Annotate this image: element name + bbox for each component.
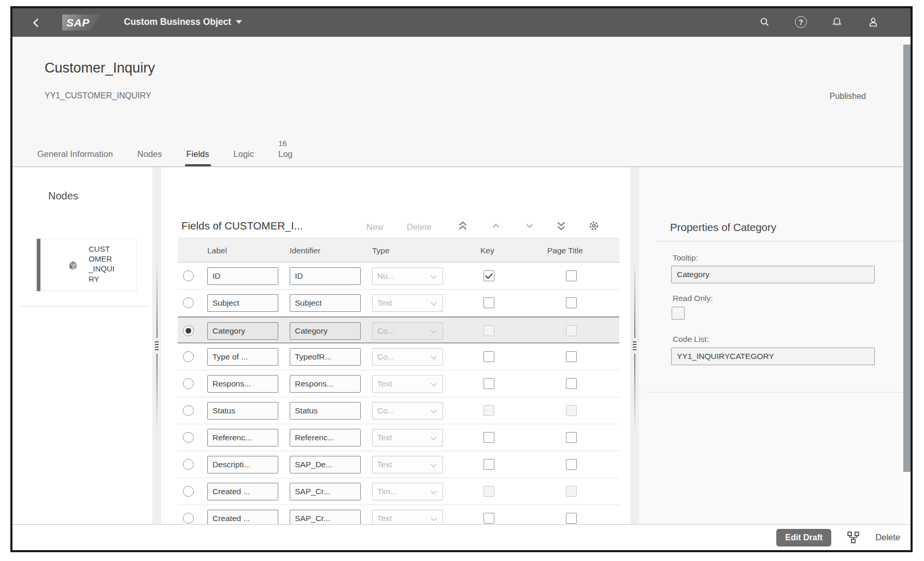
tab-fields[interactable]: Fields (187, 149, 209, 166)
row-select-radio[interactable] (183, 459, 194, 470)
field-label-input[interactable]: Created ... (207, 510, 278, 524)
app-title-menu[interactable]: Custom Business Object (124, 17, 242, 27)
field-label-input[interactable]: Subject (207, 294, 278, 312)
field-label-input[interactable]: ID (207, 267, 278, 285)
tab-log[interactable]: 16Log (278, 139, 293, 166)
key-checkbox[interactable] (484, 270, 494, 281)
table-row[interactable]: CategoryCategoryCo... (178, 317, 619, 343)
field-type-select[interactable]: Text (372, 375, 443, 393)
field-label-input[interactable]: Category (207, 322, 278, 340)
scrollbar-thumb[interactable] (903, 45, 911, 472)
page-title-checkbox[interactable] (566, 432, 577, 443)
delete-object-button[interactable]: Delete (875, 533, 900, 542)
back-icon[interactable] (30, 16, 44, 30)
expand-all-icon[interactable] (555, 219, 568, 233)
row-select-radio[interactable] (183, 297, 194, 308)
field-identifier-input[interactable]: ID (290, 267, 361, 285)
field-identifier-input[interactable]: SAP_Cr... (290, 510, 361, 524)
settings-gear-icon[interactable] (587, 219, 601, 233)
key-checkbox[interactable] (484, 325, 494, 336)
vertical-scrollbar[interactable] (903, 37, 911, 524)
key-checkbox[interactable] (484, 351, 494, 362)
field-identifier-input[interactable]: Status (290, 402, 361, 420)
table-row[interactable]: Created ...SAP_Cr...Tim... (178, 478, 619, 505)
key-checkbox[interactable] (484, 297, 494, 308)
page-title-checkbox[interactable] (566, 270, 577, 281)
field-type-select[interactable]: Text (372, 510, 443, 524)
page-title-checkbox[interactable] (566, 459, 577, 470)
row-select-radio[interactable] (183, 270, 194, 281)
field-identifier-input[interactable]: Referenc... (290, 429, 361, 447)
move-down-icon[interactable] (523, 219, 536, 233)
field-type-select[interactable]: Text (372, 294, 443, 312)
edit-draft-button[interactable]: Edit Draft (776, 529, 831, 546)
field-identifier-input[interactable]: TypeofR... (290, 348, 361, 366)
key-checkbox[interactable] (484, 432, 494, 443)
delete-field-button[interactable]: Delete (407, 222, 432, 232)
move-up-icon[interactable] (489, 219, 503, 233)
code-list-input[interactable] (671, 348, 875, 365)
row-select-radio[interactable] (183, 378, 194, 389)
node-list-item-customer-inquiry[interactable]: CUSTOMER_INQUIRY (36, 239, 137, 291)
key-checkbox[interactable] (484, 405, 494, 416)
tab-nodes[interactable]: Nodes (137, 149, 162, 166)
row-select-radio[interactable] (183, 486, 194, 497)
field-identifier-input[interactable]: SAP_Cr... (290, 483, 361, 500)
page-title-checkbox[interactable] (566, 486, 577, 497)
tooltip-input[interactable] (671, 266, 875, 283)
field-identifier-input[interactable]: Respons... (290, 375, 361, 393)
key-checkbox[interactable] (484, 459, 494, 470)
key-checkbox[interactable] (484, 486, 494, 497)
read-only-checkbox[interactable] (672, 307, 685, 320)
collapse-all-icon[interactable] (456, 219, 470, 233)
row-select-radio[interactable] (183, 432, 194, 443)
table-row[interactable]: Created ...SAP_Cr...Text (178, 505, 619, 524)
table-row[interactable]: Type of ...TypeofR...Co... (178, 343, 619, 370)
table-row[interactable]: IDIDNu... (178, 263, 619, 290)
help-icon[interactable]: ? (795, 16, 807, 28)
field-type-select[interactable]: Tim... (372, 483, 443, 500)
field-identifier-input[interactable]: SAP_De... (290, 456, 361, 473)
field-type-select[interactable]: Co... (372, 348, 443, 366)
key-checkbox[interactable] (484, 378, 494, 389)
key-checkbox[interactable] (484, 513, 494, 524)
bell-icon[interactable] (831, 16, 843, 28)
table-row[interactable]: SubjectSubjectText (178, 290, 619, 317)
field-type-select[interactable]: Text (372, 456, 443, 473)
splitter-handle-left[interactable] (152, 167, 161, 524)
field-label-input[interactable]: Created ... (207, 483, 278, 500)
page-title-checkbox[interactable] (566, 378, 577, 389)
page-title-checkbox[interactable] (566, 325, 577, 336)
page-title-checkbox[interactable] (566, 513, 577, 524)
table-row[interactable]: StatusStatusCo... (178, 397, 619, 424)
splitter-handle-right[interactable] (630, 167, 639, 524)
page-title-checkbox[interactable] (566, 351, 577, 362)
row-select-radio[interactable] (183, 325, 194, 336)
field-label-input[interactable]: Descripti... (207, 456, 278, 473)
new-field-button[interactable]: New (366, 222, 383, 232)
field-type-select[interactable]: Co... (372, 402, 443, 420)
row-select-radio[interactable] (183, 513, 194, 524)
org-chart-icon[interactable] (847, 531, 860, 544)
field-label-input[interactable]: Respons... (207, 375, 278, 393)
field-type-select[interactable]: Nu... (372, 267, 443, 285)
page-title-checkbox[interactable] (566, 405, 577, 416)
table-row[interactable]: Referenc...Referenc...Text (178, 424, 619, 451)
tab-logic[interactable]: Logic (234, 149, 254, 166)
person-icon[interactable] (867, 16, 879, 28)
field-label-input[interactable]: Type of ... (207, 348, 278, 366)
field-label-input[interactable]: Referenc... (207, 429, 278, 447)
row-select-radio[interactable] (183, 405, 194, 416)
field-identifier-input[interactable]: Subject (290, 294, 361, 312)
tab-general-information[interactable]: General Information (37, 149, 113, 166)
field-label-input[interactable]: Status (207, 402, 278, 420)
table-row[interactable]: Respons...Respons...Text (178, 370, 619, 397)
field-type-select[interactable]: Text (372, 429, 443, 447)
tab-label: Log (278, 149, 293, 159)
page-title-checkbox[interactable] (566, 297, 577, 308)
row-select-radio[interactable] (183, 351, 194, 362)
search-icon[interactable] (759, 16, 771, 28)
field-identifier-input[interactable]: Category (290, 322, 361, 340)
table-row[interactable]: Descripti...SAP_De...Text (178, 451, 619, 478)
field-type-select[interactable]: Co... (372, 322, 443, 340)
